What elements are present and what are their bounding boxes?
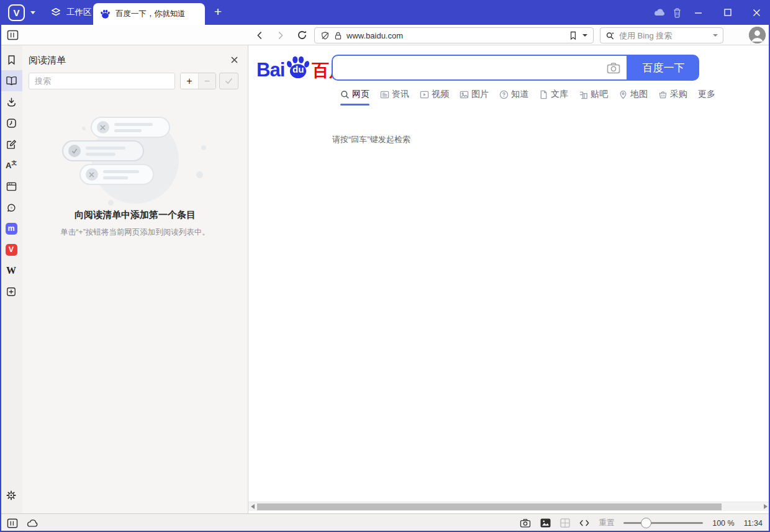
- camera-icon: [607, 62, 620, 74]
- toggle-images-button[interactable]: [540, 518, 551, 528]
- baidu-nav-images[interactable]: 图片: [460, 89, 489, 100]
- lock-icon[interactable]: [334, 31, 342, 40]
- sidebar-item-downloads[interactable]: [0, 91, 22, 112]
- new-tab-button[interactable]: +: [209, 2, 227, 21]
- webpage-baidu: Bai du 百度: [248, 45, 770, 513]
- sidebar-item-wikipedia[interactable]: W: [0, 260, 22, 281]
- panel-close-button[interactable]: [228, 53, 240, 66]
- reload-button[interactable]: [293, 27, 310, 43]
- sidebar-item-add-webpanel[interactable]: [0, 281, 22, 302]
- zoom-slider[interactable]: [623, 518, 703, 528]
- baidu-nav-zhidao[interactable]: 知道: [499, 89, 528, 100]
- baidu-search-box: [332, 55, 628, 81]
- check-icon: [225, 78, 233, 84]
- search-engine-icon[interactable]: [605, 31, 615, 40]
- baidu-nav-maps[interactable]: 地图: [618, 89, 648, 100]
- document-icon: [539, 90, 548, 99]
- url-text[interactable]: www.baidu.com: [346, 31, 403, 40]
- sidebar-item-notes[interactable]: [0, 133, 22, 155]
- baidu-nav-video[interactable]: 视频: [420, 89, 449, 100]
- forward-button[interactable]: [272, 27, 289, 43]
- vivaldi-menu-button[interactable]: V: [8, 4, 25, 21]
- sidebar-item-mastodon[interactable]: m: [0, 218, 22, 239]
- vivaldi-red-icon: V: [6, 244, 17, 256]
- zoom-slider-knob[interactable]: [641, 518, 651, 528]
- gear-icon: [6, 490, 17, 501]
- scrollbar-thumb[interactable]: [257, 503, 722, 510]
- browser-window: V 工作区 百度一下，你就知: [0, 0, 770, 532]
- status-right-controls: 重置 100 % 11:34: [520, 514, 763, 532]
- panel-toggle-button[interactable]: [4, 27, 21, 43]
- scroll-left-arrow[interactable]: [251, 504, 255, 509]
- image-icon: [460, 90, 469, 99]
- address-bar[interactable]: www.baidu.com: [314, 27, 594, 43]
- profile-avatar[interactable]: [749, 27, 766, 43]
- sidebar-item-translate[interactable]: A文: [0, 155, 22, 176]
- scroll-right-arrow[interactable]: [764, 504, 768, 509]
- close-button[interactable]: [748, 4, 765, 21]
- reading-list-search-input[interactable]: [29, 73, 175, 89]
- mastodon-icon: m: [6, 223, 17, 235]
- search-input[interactable]: [619, 31, 709, 40]
- capture-page-button[interactable]: [520, 518, 531, 528]
- content-blocker-off-icon[interactable]: [320, 31, 330, 40]
- tab-baidu[interactable]: 百度一下，你就知道: [93, 3, 205, 25]
- bookmark-caret-icon[interactable]: [582, 34, 587, 37]
- sidebar-item-window[interactable]: [0, 176, 22, 197]
- tab-title: 百度一下，你就知道: [116, 9, 186, 19]
- page-tiling-button[interactable]: [560, 518, 570, 528]
- search-icon: [340, 90, 350, 99]
- zoom-level: 100 %: [712, 519, 734, 528]
- sidebar-item-feeds[interactable]: [0, 197, 22, 218]
- news-icon: [380, 90, 389, 99]
- empty-state-illustration: [53, 109, 217, 211]
- trash-icon[interactable]: [668, 4, 686, 21]
- baidu-hint-message: 请按“回车”键发起检索: [332, 134, 410, 145]
- tieba-icon: [579, 90, 588, 99]
- minimize-button[interactable]: [689, 4, 707, 21]
- sidebar-item-bookmarks[interactable]: [0, 49, 22, 70]
- sidebar-item-history[interactable]: [0, 112, 22, 133]
- empty-state-title: 向阅读清单中添加第一个条目: [22, 209, 248, 221]
- baidu-paw-icon: du: [285, 55, 311, 79]
- vivaldi-menu-caret-icon[interactable]: [30, 11, 35, 14]
- bookmark-icon[interactable]: [569, 31, 577, 40]
- zoom-slider-track[interactable]: [623, 522, 703, 524]
- baidu-search-input[interactable]: [333, 62, 600, 73]
- video-icon: [420, 90, 429, 99]
- zoom-reset-button[interactable]: 重置: [599, 518, 614, 528]
- sidebar-item-vivaldi[interactable]: V: [0, 239, 22, 260]
- maximize-button[interactable]: [719, 4, 736, 21]
- remove-reading-item-button[interactable]: −: [198, 73, 215, 89]
- workspace-label: 工作区: [66, 7, 92, 18]
- status-panel-toggle-button[interactable]: [5, 516, 20, 530]
- camera-search-button[interactable]: [600, 56, 627, 79]
- status-sync-cloud-icon[interactable]: [25, 516, 40, 530]
- baidu-nav-caigou[interactable]: 采购: [658, 89, 687, 100]
- baidu-nav-news[interactable]: 资讯: [380, 89, 409, 100]
- reading-list-icon: [6, 76, 17, 86]
- baidu-nav-wenku[interactable]: 文库: [539, 89, 568, 100]
- page-actions-button[interactable]: [579, 519, 589, 527]
- search-bar[interactable]: [600, 27, 723, 43]
- clock: 11:34: [744, 519, 763, 528]
- back-button[interactable]: [251, 27, 268, 43]
- add-reading-item-button[interactable]: +: [181, 73, 198, 89]
- baidu-nav-web[interactable]: 网页: [340, 89, 369, 100]
- horizontal-scrollbar[interactable]: [248, 502, 770, 511]
- baidu-nav-tieba[interactable]: 贴吧: [579, 89, 608, 100]
- mark-read-button[interactable]: [219, 73, 238, 89]
- baidu-favicon: [100, 9, 111, 19]
- vivaldi-logo-icon: V: [13, 7, 19, 18]
- close-icon: [231, 56, 238, 63]
- baidu-nav-more[interactable]: 更多: [698, 89, 715, 100]
- baidu-search-button[interactable]: 百度一下: [628, 55, 699, 81]
- empty-state-hint: 单击“+”按钮将当前网页添加到阅读列表中。: [22, 227, 248, 238]
- workspaces-icon: [50, 7, 61, 18]
- settings-button[interactable]: [0, 485, 22, 506]
- search-engine-caret-icon[interactable]: [713, 34, 718, 37]
- baidu-nav: 网页 资讯 视频 图片 知道: [340, 89, 715, 100]
- map-pin-icon: [618, 90, 628, 99]
- sync-cloud-icon[interactable]: [651, 4, 668, 21]
- sidebar-item-reading-list[interactable]: [0, 70, 22, 91]
